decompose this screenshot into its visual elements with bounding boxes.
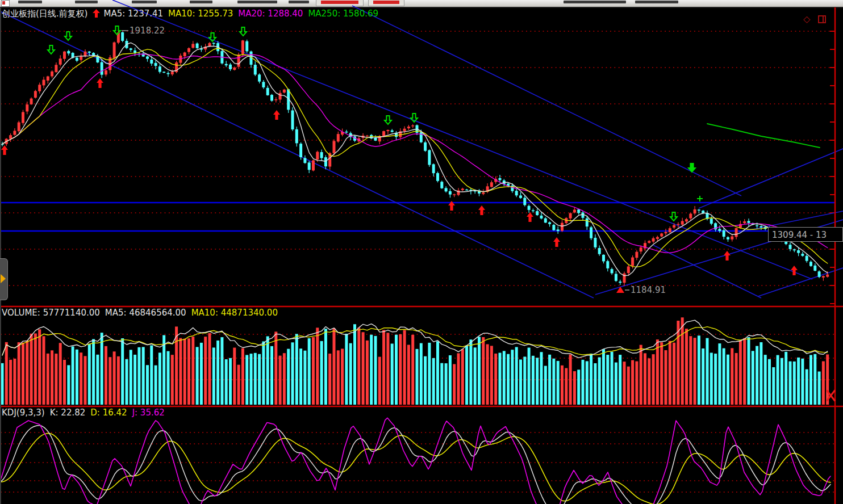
kdj-lines — [1, 418, 831, 504]
ma5-value: MA5: 1237.41 — [103, 9, 163, 19]
volume-value: VOLUME: 57771140.00 — [2, 308, 100, 318]
panel-borders — [0, 7, 843, 504]
symbol-title: 创业板指(日线.前复权) — [2, 9, 87, 19]
kdj-panel-header: KDJ(9,3,3)K: 22.82D: 16.42J: 35.62 — [2, 408, 170, 418]
ma20-value: MA20: 1288.40 — [238, 9, 303, 19]
ma10-value: MA10: 1255.73 — [168, 9, 233, 19]
trading-app-window: 创业板指(日线.前复权)MA5: 1237.41MA10: 1255.73MA2… — [0, 0, 843, 504]
diamond-tool-icon[interactable]: ◇ — [803, 14, 810, 24]
price-ma-lines — [2, 43, 828, 276]
chart-graphics — [0, 0, 843, 504]
kdj-grid — [1, 432, 834, 492]
kdj-d-value: D: 16.42 — [90, 408, 127, 418]
price-axis-ticks — [830, 31, 835, 304]
price-grid — [1, 31, 834, 285]
kdj-j-value: J: 35.62 — [132, 408, 165, 418]
trend-up-arrow-icon — [93, 9, 100, 18]
volume-ma5-value: MA5: 46846564.00 — [105, 308, 186, 318]
volume-panel-header: VOLUME: 57771140.00MA5: 46846564.00MA10:… — [2, 308, 283, 318]
kdj-k-value: K: 22.82 — [50, 408, 86, 418]
candlesticks — [1, 30, 829, 286]
price-panel-header: 创业板指(日线.前复权)MA5: 1237.41MA10: 1255.73MA2… — [2, 9, 383, 19]
signal-markers — [1, 26, 798, 293]
high-price-label: 1918.22 — [130, 26, 165, 36]
sidebar-flyout-handle[interactable] — [0, 258, 8, 300]
low-price-label: 1184.91 — [631, 285, 666, 295]
horizontal-level-lines[interactable] — [0, 203, 834, 231]
kdj-name: KDJ(9,3,3) — [2, 408, 45, 418]
ma250-value: MA250: 1580.69 — [308, 9, 378, 19]
price-range-tooltip: 1309.44 - 13 — [768, 227, 843, 242]
volume-ma10-value: MA10: 44871340.00 — [191, 308, 278, 318]
flyout-arrow-icon — [1, 274, 6, 283]
split-window-icon[interactable] — [818, 15, 826, 23]
close-indicator-icon[interactable] — [825, 389, 836, 402]
